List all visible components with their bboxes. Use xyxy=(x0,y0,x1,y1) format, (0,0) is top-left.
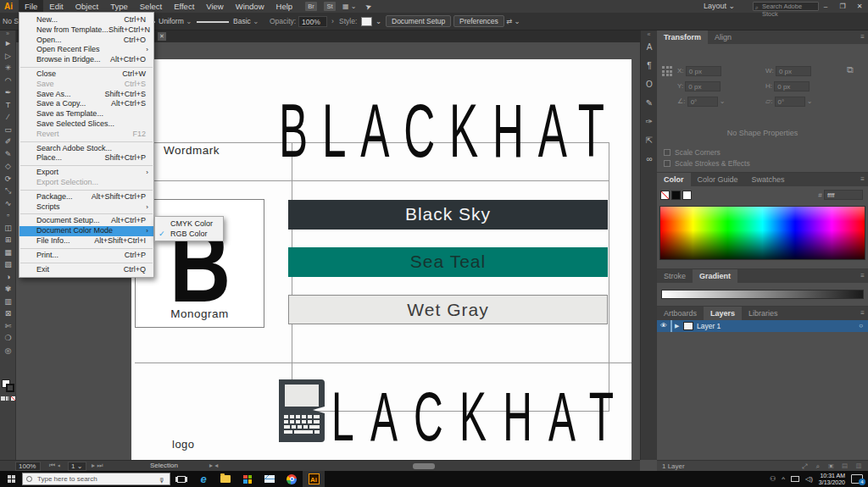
share-icon[interactable]: ➤ xyxy=(364,2,373,12)
tool-icon-5[interactable]: T xyxy=(0,99,16,112)
tool-icon-13[interactable]: ∿ xyxy=(0,197,16,210)
dock-panel-icon-1[interactable]: ¶ xyxy=(641,57,658,75)
file-menu-item[interactable]: Search Adobe Stock... xyxy=(19,144,153,154)
tool-icon-10[interactable]: ◇ xyxy=(0,160,16,173)
visibility-eye-icon[interactable]: 👁 xyxy=(657,320,670,332)
align-options-icon[interactable]: ⇄ ⌄ xyxy=(506,13,520,30)
menubar-item-type[interactable]: Type xyxy=(104,0,134,13)
dock-panel-icon-4[interactable]: ✑ xyxy=(641,113,658,131)
menubar-item-object[interactable]: Object xyxy=(70,0,104,13)
menubar-item-effect[interactable]: Effect xyxy=(168,0,200,13)
submenu-item[interactable]: CMYK Color xyxy=(155,219,223,229)
menubar-item-window[interactable]: Window xyxy=(230,0,270,13)
microphone-icon[interactable]: 🎙 xyxy=(159,475,165,486)
logo-label[interactable]: logo xyxy=(172,438,195,451)
shear-field[interactable]: ▱: 0° ⌄ xyxy=(765,97,813,107)
file-menu-item[interactable]: Save As...Shift+Ctrl+S xyxy=(19,90,153,100)
zoom-level-dropdown[interactable]: 100% ⌄ xyxy=(15,462,41,471)
file-menu-item[interactable]: New from Template...Shift+Ctrl+N xyxy=(19,25,153,36)
palette-swatch-black-sky[interactable]: Black Sky xyxy=(288,200,608,230)
document-tab-close-icon[interactable]: ✕ xyxy=(158,32,166,41)
file-menu-item[interactable]: CloseCtrl+W xyxy=(19,69,153,80)
horizontal-scrollbar-thumb[interactable] xyxy=(413,463,435,469)
artboard-number-dropdown[interactable]: 1 ⌄ xyxy=(68,462,86,471)
dock-panel-icon-6[interactable]: ∞ xyxy=(641,150,658,169)
transform-x-field[interactable]: X: 0 px xyxy=(677,66,721,76)
menubar-item-edit[interactable]: Edit xyxy=(43,0,69,13)
task-view-button[interactable] xyxy=(170,471,192,487)
menubar-item-select[interactable]: Select xyxy=(134,0,168,13)
none-swatch[interactable] xyxy=(660,191,670,200)
tool-icon-3[interactable]: ◠ xyxy=(0,75,16,87)
menubar-item-view[interactable]: View xyxy=(200,0,229,13)
store-button[interactable] xyxy=(236,471,259,487)
panel-menu-icon[interactable]: ≡ xyxy=(860,173,868,186)
style-dropdown-caret[interactable]: ⌄ xyxy=(376,13,381,30)
tool-icon-22[interactable]: ⊠ xyxy=(0,307,16,320)
file-menu-item[interactable]: RevertF12 xyxy=(19,130,153,140)
stroke-gradient-tab-gradient[interactable]: Gradient xyxy=(693,269,737,283)
file-menu-item[interactable]: Browse in Bridge...Alt+Ctrl+O xyxy=(19,55,153,65)
mail-button[interactable] xyxy=(259,471,281,487)
file-menu-item[interactable]: Save a Copy...Alt+Ctrl+S xyxy=(19,99,153,109)
color-spectrum[interactable] xyxy=(659,206,865,260)
brush-dropdown[interactable]: Basic ⌄ xyxy=(233,13,259,30)
tool-icon-6[interactable]: ∕ xyxy=(0,111,16,124)
file-menu-item[interactable]: Open...Ctrl+O xyxy=(19,36,153,46)
tool-icon-21[interactable]: ▥ xyxy=(0,296,16,308)
taskbar-search-input[interactable]: Type here to search 🎙 xyxy=(22,473,170,485)
palette-swatch-wet-gray[interactable]: Wet Gray xyxy=(288,295,608,324)
layer-name[interactable]: Layer 1 xyxy=(697,320,721,332)
properties-tab-align[interactable]: Align xyxy=(708,30,738,44)
tool-icon-17[interactable]: ▦ xyxy=(0,246,16,259)
stroke-gradient-tab-stroke[interactable]: Stroke xyxy=(657,269,693,283)
wordmark-label[interactable]: Wordmark xyxy=(164,144,220,157)
style-swatch[interactable] xyxy=(361,17,372,26)
logo-group[interactable]: LACKHAT xyxy=(277,378,326,447)
dock-panel-icon-0[interactable]: A xyxy=(641,38,658,57)
wordmark-text[interactable]: BLACKHAT xyxy=(279,86,619,174)
document-setup-button[interactable]: Document Setup xyxy=(386,15,451,27)
opacity-more-icon[interactable]: › xyxy=(331,13,334,30)
none-button[interactable] xyxy=(11,396,15,401)
network-icon[interactable] xyxy=(791,476,799,482)
workspace-switcher-icon[interactable]: ▦ ⌄ xyxy=(342,3,356,10)
black-swatch[interactable] xyxy=(671,191,681,200)
stock-search-input[interactable]: ⌕Search Adobe Stock xyxy=(753,2,819,11)
tool-icon-8[interactable]: ✐ xyxy=(0,136,16,148)
restore-button[interactable]: ❐ xyxy=(834,0,851,13)
tool-icon-25[interactable]: ◎ xyxy=(0,345,16,357)
file-menu-item[interactable]: ExitCtrl+Q xyxy=(19,265,153,275)
dock-panel-icon-3[interactable]: ✎ xyxy=(641,94,658,113)
stroke-swatch[interactable] xyxy=(6,384,14,392)
constrain-proportions-icon[interactable]: ⧉ xyxy=(847,64,854,75)
scale-strokes-checkbox[interactable]: Scale Strokes & Effects xyxy=(664,159,750,168)
file-menu-item[interactable]: Package...Alt+Shift+Ctrl+P xyxy=(19,192,153,202)
tool-icon-20[interactable]: ✾ xyxy=(0,283,16,296)
layers-tab-artboards[interactable]: Artboards xyxy=(657,307,704,320)
reference-point-locator-icon[interactable] xyxy=(662,66,673,77)
tool-icon-2[interactable]: ✳ xyxy=(0,62,16,75)
tray-expand-icon[interactable]: ^ xyxy=(782,475,785,483)
volume-icon[interactable]: ◁) xyxy=(805,475,813,483)
tool-icon-1[interactable]: ▷ xyxy=(0,50,16,63)
color-tab-swatches[interactable]: Swatches xyxy=(745,173,792,186)
panel-menu-icon[interactable]: ≡ xyxy=(860,307,868,320)
rotate-field[interactable]: ∠: 0° ⌄ xyxy=(677,97,726,107)
color-button[interactable] xyxy=(1,396,5,401)
people-icon[interactable]: ⚇ xyxy=(770,475,776,483)
toolbar-collapse-icon[interactable]: » xyxy=(0,30,15,37)
scale-corners-checkbox[interactable]: Scale Corners xyxy=(664,148,721,157)
tool-icon-23[interactable]: ✄ xyxy=(0,320,16,333)
tool-icon-4[interactable]: ✒ xyxy=(0,86,16,99)
tool-icon-12[interactable]: ⤡ xyxy=(0,185,16,197)
layer-thumbnail[interactable] xyxy=(683,322,693,330)
panel-menu-icon[interactable]: ≡ xyxy=(860,30,868,44)
layer-row[interactable]: 👁 ▶ Layer 1 ○ xyxy=(657,320,868,332)
file-menu-item[interactable]: SaveCtrl+S xyxy=(19,80,153,90)
layout-workspace-dropdown[interactable]: Layout ⌄ xyxy=(704,0,735,13)
file-menu-item[interactable]: File Info...Alt+Shift+Ctrl+I xyxy=(19,236,153,246)
transform-h-field[interactable]: H: 0 px xyxy=(765,81,810,91)
tool-icon-11[interactable]: ⟳ xyxy=(0,173,16,185)
tool-icon-7[interactable]: ▭ xyxy=(0,124,16,136)
